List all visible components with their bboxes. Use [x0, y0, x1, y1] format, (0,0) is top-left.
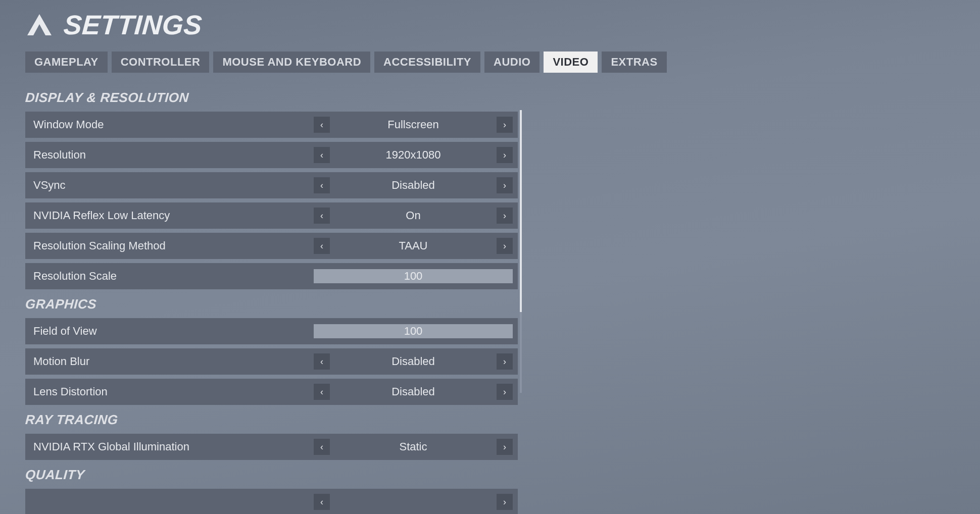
chevron-right-icon[interactable]: › [497, 384, 513, 400]
section-title: GRAPHICS [25, 296, 518, 312]
scrollbar[interactable] [520, 110, 522, 393]
page-title: SETTINGS [63, 9, 203, 40]
setting-row: Resolution Scale100 [25, 263, 518, 289]
section-title: RAY TRACING [25, 412, 518, 428]
scrollbar-thumb[interactable] [520, 110, 522, 312]
tab-audio[interactable]: AUDIO [484, 52, 540, 73]
setting-value-group: 100 [314, 263, 513, 289]
setting-label: Resolution [33, 148, 314, 162]
setting-value: Fullscreen [332, 118, 495, 131]
slider-value: 100 [314, 324, 513, 338]
setting-label: Lens Distortion [33, 385, 314, 398]
setting-label: Resolution Scale [33, 270, 314, 283]
chevron-right-icon[interactable]: › [497, 353, 513, 370]
setting-label: VSync [33, 179, 314, 192]
chevron-left-icon[interactable]: ‹ [314, 384, 330, 400]
setting-label: NVIDIA RTX Global Illumination [33, 440, 314, 453]
setting-value-group: ‹On› [314, 202, 513, 229]
section-title: QUALITY [25, 467, 518, 483]
slider[interactable]: 100 [314, 324, 513, 338]
slider[interactable]: 100 [314, 269, 513, 283]
section-title: DISPLAY & RESOLUTION [25, 90, 518, 106]
setting-row: Lens Distortion‹Disabled› [25, 379, 518, 405]
setting-value-group: ‹Static› [314, 434, 513, 460]
chevron-left-icon[interactable]: ‹ [314, 353, 330, 370]
chevron-right-icon[interactable]: › [497, 117, 513, 133]
setting-value-group: ‹Disabled› [314, 172, 513, 198]
setting-label: Motion Blur [33, 355, 314, 368]
setting-row: NVIDIA Reflex Low Latency‹On› [25, 202, 518, 229]
setting-label: NVIDIA Reflex Low Latency [33, 209, 314, 222]
game-logo-icon [25, 12, 54, 37]
slider-track: 100 [314, 324, 513, 338]
tab-accessibility[interactable]: ACCESSIBILITY [374, 52, 480, 73]
setting-value: Disabled [332, 385, 495, 398]
chevron-right-icon[interactable]: › [497, 439, 513, 455]
chevron-left-icon[interactable]: ‹ [314, 238, 330, 254]
setting-value: Disabled [332, 179, 495, 192]
chevron-right-icon[interactable]: › [497, 147, 513, 163]
setting-value: Static [332, 440, 495, 453]
setting-value: On [332, 209, 495, 222]
setting-value-group: ‹Disabled› [314, 348, 513, 375]
setting-value-group: ‹› [314, 489, 513, 514]
slider-value: 100 [314, 269, 513, 283]
tab-video[interactable]: VIDEO [544, 52, 598, 73]
setting-value: TAAU [332, 239, 495, 252]
setting-row: VSync‹Disabled› [25, 172, 518, 198]
tab-controller[interactable]: CONTROLLER [112, 52, 210, 73]
setting-row: Motion Blur‹Disabled› [25, 348, 518, 375]
setting-value-group: ‹TAAU› [314, 233, 513, 259]
header: SETTINGS [25, 9, 980, 40]
tab-gameplay[interactable]: GAMEPLAY [25, 52, 108, 73]
setting-row: NVIDIA RTX Global Illumination‹Static› [25, 434, 518, 460]
settings-screen: SETTINGS GAMEPLAYCONTROLLERMOUSE AND KEY… [0, 0, 980, 514]
setting-row: Resolution‹1920x1080› [25, 142, 518, 168]
chevron-left-icon[interactable]: ‹ [314, 117, 330, 133]
chevron-right-icon[interactable]: › [497, 177, 513, 193]
setting-value: 1920x1080 [332, 148, 495, 162]
chevron-right-icon[interactable]: › [497, 238, 513, 254]
chevron-left-icon[interactable]: ‹ [314, 439, 330, 455]
setting-value: Disabled [332, 355, 495, 368]
tab-extras[interactable]: EXTRAS [602, 52, 666, 73]
chevron-left-icon[interactable]: ‹ [314, 147, 330, 163]
slider-track: 100 [314, 269, 513, 283]
chevron-right-icon[interactable]: › [497, 494, 513, 510]
setting-row: Field of View100 [25, 318, 518, 344]
chevron-left-icon[interactable]: ‹ [314, 494, 330, 510]
setting-value-group: ‹Fullscreen› [314, 112, 513, 138]
chevron-right-icon[interactable]: › [497, 208, 513, 224]
setting-label: Field of View [33, 325, 314, 338]
setting-label: Window Mode [33, 118, 314, 131]
setting-value-group: 100 [314, 318, 513, 344]
setting-row: Resolution Scaling Method‹TAAU› [25, 233, 518, 259]
setting-row: Window Mode‹Fullscreen› [25, 112, 518, 138]
setting-label: Resolution Scaling Method [33, 239, 314, 252]
setting-value-group: ‹Disabled› [314, 379, 513, 405]
chevron-left-icon[interactable]: ‹ [314, 177, 330, 193]
chevron-left-icon[interactable]: ‹ [314, 208, 330, 224]
setting-row: ‹› [25, 489, 518, 514]
tabs: GAMEPLAYCONTROLLERMOUSE AND KEYBOARDACCE… [25, 52, 980, 73]
settings-panel: DISPLAY & RESOLUTIONWindow Mode‹Fullscre… [25, 90, 518, 514]
tab-mouse-and-keyboard[interactable]: MOUSE AND KEYBOARD [213, 52, 370, 73]
setting-value-group: ‹1920x1080› [314, 142, 513, 168]
